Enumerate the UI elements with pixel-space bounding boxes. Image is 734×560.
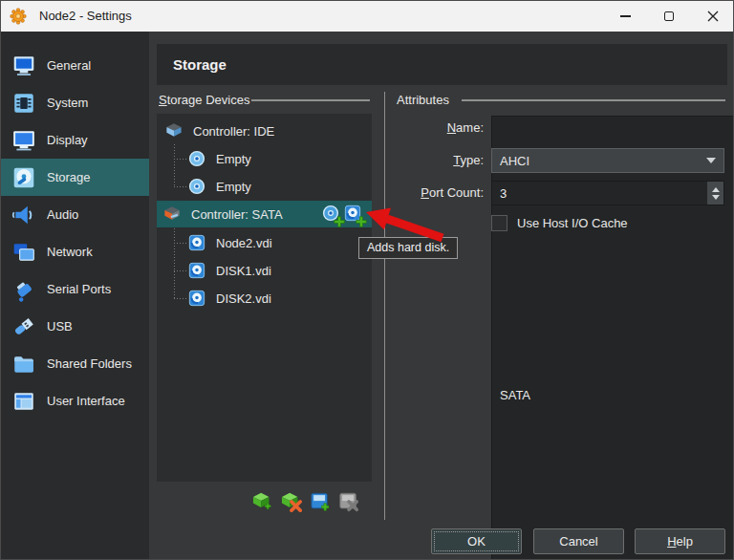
close-button[interactable] (691, 1, 734, 32)
sidebar-item-label: Display (47, 133, 88, 147)
add-hard-disk-button[interactable] (344, 205, 364, 225)
tree-item-label: Empty (216, 152, 251, 166)
sidebar-item-shared-folders[interactable]: Shared Folders (1, 345, 149, 382)
minimize-icon (620, 15, 631, 17)
tooltip: Adds hard disk. (358, 237, 458, 259)
tree-connector-line (174, 144, 175, 187)
tree-item-disk2-vdi[interactable]: DISK2.vdi (188, 285, 271, 312)
ide-controller-icon (165, 122, 183, 140)
hard-disk-icon (188, 234, 205, 251)
sidebar-item-general[interactable]: General (1, 47, 149, 84)
type-dropdown[interactable]: AHCI (491, 148, 724, 173)
tree-item-label: Node2.vdi (216, 236, 272, 250)
sidebar-item-audio[interactable]: Audio (1, 196, 149, 233)
minimize-button[interactable] (603, 1, 647, 32)
settings-window: Node2 - Settings General System (0, 0, 734, 560)
remove-attachment-button-disabled (338, 491, 359, 512)
storage-disk-icon (11, 165, 36, 190)
maximize-icon (664, 11, 674, 21)
tree-item-empty-1[interactable]: Empty (188, 145, 251, 172)
sidebar-item-label: Storage (47, 170, 91, 184)
cancel-button-label: Cancel (559, 534, 597, 549)
add-attachment-button[interactable] (310, 491, 331, 512)
shared-folder-icon (11, 352, 36, 377)
tree-connector-line (174, 270, 186, 271)
sidebar-item-usb[interactable]: USB (1, 308, 149, 345)
remove-controller-button[interactable] (281, 491, 302, 512)
type-label: Type: (385, 148, 484, 173)
name-label: Name: (385, 116, 484, 140)
page-header: Storage (157, 44, 727, 85)
tree-item-node2-vdi[interactable]: Node2.vdi (188, 229, 272, 256)
help-button-label: Help (667, 534, 693, 549)
sidebar-item-label: User Interface (47, 394, 125, 408)
port-count-label: Port Count: (385, 181, 484, 205)
tree-item-empty-2[interactable]: Empty (188, 173, 251, 200)
virtualbox-settings-gear-icon (10, 8, 27, 25)
spin-up-icon (712, 187, 720, 192)
attributes-group-rule (462, 99, 725, 101)
network-adapters-icon (11, 240, 36, 265)
sidebar-item-display[interactable]: Display (1, 121, 149, 159)
storage-devices-tree: Controller: IDE Empty Empty (157, 114, 372, 482)
display-monitor-icon (11, 128, 36, 153)
add-controller-button[interactable] (252, 491, 273, 512)
type-dropdown-value: AHCI (500, 154, 706, 168)
tooltip-text: Adds hard disk. (367, 241, 449, 254)
sidebar-item-label: Audio (47, 207, 78, 222)
sidebar-item-label: Serial Ports (47, 282, 111, 296)
port-count-spin-buttons[interactable] (707, 182, 723, 205)
maximize-button[interactable] (647, 1, 691, 32)
page-title: Storage (173, 56, 227, 73)
tree-item-controller-sata[interactable]: Controller: SATA (157, 201, 372, 227)
sidebar-item-user-interface[interactable]: User Interface (1, 382, 149, 420)
tree-item-controller-ide[interactable]: Controller: IDE (165, 118, 274, 144)
attributes-group-label: Attributes (397, 93, 449, 107)
window-title: Node2 - Settings (39, 9, 132, 23)
serial-port-icon (11, 277, 36, 302)
ok-button[interactable]: OK (431, 528, 522, 554)
tree-item-label: Empty (216, 180, 251, 194)
tree-connector-line (174, 228, 175, 299)
cancel-button[interactable]: Cancel (533, 528, 624, 554)
tree-connector-line (174, 298, 186, 299)
optical-disc-icon (188, 150, 205, 167)
ok-button-label: OK (467, 534, 486, 549)
storage-devices-group-label: Storage Devices (159, 93, 249, 107)
plus-icon (356, 216, 367, 227)
hard-disk-icon (188, 262, 205, 279)
tree-connector-line (174, 159, 186, 160)
use-host-io-cache-label: Use Host I/O Cache (517, 215, 628, 231)
add-optical-drive-button[interactable] (322, 205, 342, 225)
tree-item-label: Controller: IDE (193, 124, 274, 139)
window-controls (603, 1, 734, 32)
system-chip-icon (11, 91, 36, 116)
sidebar-item-label: USB (47, 319, 73, 334)
sidebar-item-label: Network (47, 245, 93, 259)
sidebar-item-label: Shared Folders (47, 356, 132, 371)
sata-controller-icon (163, 205, 181, 223)
sidebar-item-system[interactable]: System (1, 84, 149, 121)
sidebar-item-network[interactable]: Network (1, 233, 149, 270)
tree-item-disk1-vdi[interactable]: DISK1.vdi (188, 257, 271, 284)
tree-connector-line (174, 243, 186, 244)
tree-item-label: DISK1.vdi (216, 264, 271, 278)
tree-item-label: Controller: SATA (191, 207, 283, 222)
usb-connector-icon (11, 314, 36, 339)
tree-connector-line (174, 186, 186, 187)
port-count-input[interactable] (492, 186, 707, 201)
chevron-down-icon (706, 158, 716, 163)
hard-disk-icon (188, 290, 205, 307)
tree-item-label: DISK2.vdi (216, 291, 271, 306)
sidebar-item-serial-ports[interactable]: Serial Ports (1, 270, 149, 308)
settings-sidebar: General System Display Storage (1, 32, 149, 560)
title-bar: Node2 - Settings (1, 1, 734, 32)
audio-speaker-icon (11, 203, 36, 227)
user-interface-window-icon (11, 389, 36, 414)
spin-down-icon (712, 195, 720, 200)
help-button[interactable]: Help (635, 528, 725, 554)
general-monitor-icon (11, 54, 36, 78)
sidebar-item-storage[interactable]: Storage (1, 159, 149, 196)
sidebar-item-label: System (47, 96, 88, 110)
use-host-io-cache-checkbox[interactable] (491, 215, 507, 231)
